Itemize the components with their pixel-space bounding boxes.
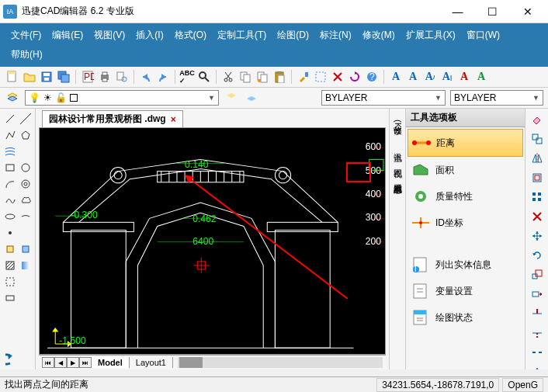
print-icon[interactable] (97, 69, 113, 85)
blank4[interactable] (19, 291, 33, 305)
copy-obj-icon[interactable] (529, 131, 545, 147)
menu-custom-tools[interactable]: 定制工具(T) (213, 26, 271, 44)
circle-icon[interactable] (19, 161, 33, 175)
paste-icon[interactable] (272, 69, 287, 85)
maximize-button[interactable]: ☐ (475, 0, 510, 23)
block-icon[interactable] (3, 242, 17, 256)
polyline-icon[interactable] (3, 128, 17, 142)
new-file-icon[interactable] (5, 69, 20, 85)
extend-icon[interactable] (529, 325, 545, 341)
side-tab-view[interactable]: 视图 (390, 158, 405, 167)
pdf-icon[interactable]: PDF (80, 69, 95, 85)
menu-window[interactable]: 窗口(W) (462, 26, 505, 44)
text-style-a3[interactable]: A/ (422, 69, 438, 85)
copy-base-icon[interactable] (255, 69, 270, 85)
save-icon[interactable] (39, 69, 54, 85)
layer-combo[interactable]: 💡 ☀ 🔓 ▼ (25, 90, 219, 106)
open-file-icon[interactable] (22, 69, 37, 85)
match-prop-icon[interactable] (296, 69, 311, 85)
side-tab-inquiry[interactable]: 查讯 (390, 142, 405, 151)
line-icon[interactable] (3, 112, 17, 126)
blank2[interactable] (19, 226, 33, 240)
palette-item-distance[interactable]: 距离 (408, 129, 523, 157)
cut-icon[interactable] (220, 69, 236, 85)
ring-icon[interactable] (19, 177, 33, 191)
polygon-icon[interactable] (19, 128, 33, 142)
palette-item-idpoint[interactable]: ID坐标 (408, 210, 523, 236)
last-sheet-button[interactable]: ⏭ (79, 357, 92, 368)
next-sheet-button[interactable]: ▶ (67, 357, 79, 368)
menu-dimension[interactable]: 标注(N) (315, 26, 356, 44)
reverse-icon[interactable] (4, 352, 32, 366)
triangle-icon[interactable] (529, 364, 545, 369)
copy-icon[interactable] (238, 69, 253, 85)
save-all-icon[interactable] (56, 69, 71, 85)
tab-close-icon[interactable]: × (171, 114, 176, 125)
menu-file[interactable]: 文件(F) (6, 26, 46, 44)
delete-icon[interactable] (529, 209, 545, 224)
offset-icon[interactable] (529, 170, 545, 186)
menu-insert[interactable]: 插入(I) (131, 26, 168, 44)
move-icon[interactable] (529, 228, 545, 244)
rectangle-icon[interactable] (3, 161, 17, 175)
boundary-icon[interactable] (3, 275, 17, 289)
palette-item-mass[interactable]: 质量特性 (408, 183, 523, 210)
arc-icon[interactable] (3, 177, 17, 191)
model-tab[interactable]: Model (92, 357, 130, 368)
insert-block-icon[interactable] (19, 242, 33, 256)
prev-sheet-button[interactable]: ◀ (54, 357, 67, 368)
side-tab-modify[interactable]: 修改(K) (390, 115, 405, 136)
text-style-a4[interactable]: A| (439, 69, 455, 85)
rotate-icon[interactable] (529, 248, 545, 263)
trim-icon[interactable] (529, 306, 545, 321)
menu-format[interactable]: 格式(O) (170, 26, 211, 44)
cloud-icon[interactable] (19, 193, 33, 207)
close-button[interactable]: ✕ (510, 0, 545, 23)
menu-draw[interactable]: 绘图(D) (272, 26, 314, 44)
ellipse-arc-icon[interactable] (19, 210, 33, 224)
cancel-icon[interactable] (330, 69, 345, 85)
erase-icon[interactable] (529, 112, 545, 127)
ellipse-icon[interactable] (3, 210, 17, 224)
stretch-icon[interactable] (529, 286, 545, 302)
text-style-red[interactable]: A (456, 69, 472, 85)
layer-tools-icon[interactable] (244, 90, 259, 106)
document-tab[interactable]: 园林设计常用景观桥图 .dwg × (42, 110, 183, 127)
undo-icon[interactable] (138, 69, 154, 85)
gradient-icon[interactable] (19, 258, 33, 272)
first-sheet-button[interactable]: ⏮ (42, 357, 54, 368)
menu-view[interactable]: 视图(V) (89, 26, 130, 44)
print-preview-icon[interactable] (114, 69, 130, 85)
redo-icon[interactable] (155, 69, 171, 85)
minimize-button[interactable]: — (440, 0, 475, 23)
select-all-icon[interactable] (313, 69, 328, 85)
array-icon[interactable] (529, 189, 545, 205)
region-icon[interactable] (3, 291, 17, 305)
palette-item-listinfo[interactable]: i 列出实体信息 (408, 252, 523, 278)
refresh-icon[interactable] (347, 69, 362, 85)
linetype-combo[interactable]: BYLAYER ▼ (321, 90, 446, 106)
spell-check-icon[interactable]: ABC✓ (179, 69, 195, 85)
point-icon[interactable] (3, 226, 17, 240)
layer-prev-icon[interactable] (224, 90, 239, 106)
lineweight-combo[interactable]: BYLAYER ▼ (450, 90, 543, 106)
palette-item-area[interactable]: 面积 (408, 157, 523, 183)
layout1-tab[interactable]: Layout1 (130, 357, 173, 368)
break-icon[interactable] (529, 345, 545, 360)
drawing-canvas[interactable]: 0.140 -0.300 0.462 6400 (39, 127, 386, 355)
mirror-icon[interactable] (529, 151, 545, 166)
xline-icon[interactable] (19, 112, 33, 126)
side-tab-3dorbit[interactable]: 三维动态观察 (390, 173, 405, 182)
scrollbar-thumb[interactable] (179, 357, 203, 368)
palette-item-varset[interactable]: 变量设置 (408, 278, 523, 304)
menu-modify[interactable]: 修改(M) (358, 26, 400, 44)
help-icon[interactable]: ? (364, 69, 380, 85)
text-style-green[interactable]: A (473, 69, 489, 85)
scale-icon[interactable] (529, 267, 545, 283)
spline-icon[interactable] (3, 193, 17, 207)
hscrollbar[interactable] (178, 357, 383, 368)
blank1[interactable] (19, 144, 33, 158)
multiline-icon[interactable] (3, 144, 17, 158)
text-style-a1[interactable]: A (388, 69, 404, 85)
menu-edit[interactable]: 编辑(E) (47, 26, 88, 44)
